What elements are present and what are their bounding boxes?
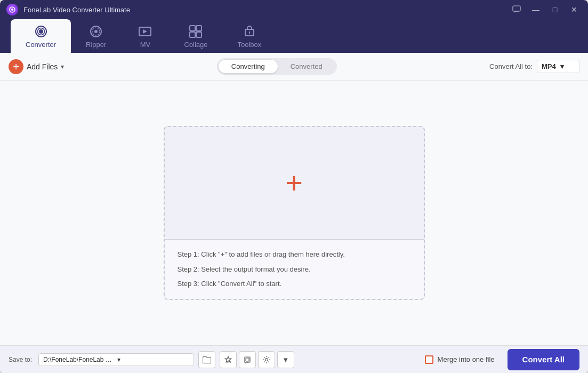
boost-off-button[interactable]: OFF bbox=[220, 351, 237, 368]
content-area: + Step 1: Click "+" to add files or drag… bbox=[0, 81, 588, 345]
hardware-accel-button[interactable]: OFF bbox=[239, 351, 256, 368]
format-select[interactable]: MP4 ▾ bbox=[537, 60, 579, 73]
chat-button[interactable] bbox=[509, 4, 524, 15]
title-bar: FoneLab Video Converter Ultimate — □ ✕ bbox=[0, 0, 588, 19]
minimize-button[interactable]: — bbox=[528, 4, 543, 15]
add-plus-icon: + bbox=[9, 59, 23, 74]
svg-point-7 bbox=[94, 30, 98, 33]
svg-rect-10 bbox=[190, 26, 195, 31]
nav-bar: Converter Ripper MV bbox=[0, 19, 588, 53]
format-dropdown-icon: ▾ bbox=[560, 62, 575, 70]
app-icon bbox=[6, 4, 18, 15]
drop-zone-instructions: Step 1: Click "+" to add files or drag t… bbox=[165, 240, 424, 299]
merge-checkbox[interactable] bbox=[425, 355, 433, 364]
nav-toolbox-label: Toolbox bbox=[237, 41, 261, 49]
folder-browse-button[interactable] bbox=[198, 351, 215, 368]
save-path-dropdown-icon[interactable]: ▾ bbox=[117, 356, 189, 363]
nav-item-toolbox[interactable]: Toolbox bbox=[222, 19, 276, 53]
convert-all-button[interactable]: Convert All bbox=[508, 349, 579, 370]
add-files-dropdown-icon[interactable]: ▾ bbox=[61, 63, 64, 70]
convert-all-to-label: Convert All to: bbox=[489, 62, 533, 70]
tab-group: Converting Converted bbox=[217, 58, 337, 75]
main-window: FoneLab Video Converter Ultimate — □ ✕ C… bbox=[0, 0, 588, 373]
merge-container: Merge into one file bbox=[425, 355, 495, 364]
settings-button[interactable] bbox=[258, 351, 275, 368]
close-button[interactable]: ✕ bbox=[567, 4, 582, 15]
nav-item-collage[interactable]: Collage bbox=[169, 19, 222, 53]
instruction-step-1: Step 1: Click "+" to add files or drag t… bbox=[178, 249, 411, 260]
drop-zone-plus-icon: + bbox=[285, 168, 303, 198]
drop-zone-top[interactable]: + bbox=[165, 127, 424, 239]
nav-ripper-label: Ripper bbox=[86, 41, 106, 49]
add-files-label: Add Files bbox=[27, 62, 58, 71]
svg-text:OFF: OFF bbox=[227, 360, 232, 363]
nav-item-converter[interactable]: Converter bbox=[11, 19, 71, 53]
save-to-label: Save to: bbox=[9, 356, 32, 363]
nav-collage-label: Collage bbox=[184, 41, 207, 49]
window-controls: — □ ✕ bbox=[509, 4, 582, 15]
svg-rect-13 bbox=[196, 32, 202, 37]
toolbar: + Add Files ▾ Converting Converted Conve… bbox=[0, 53, 588, 81]
merge-label: Merge into one file bbox=[438, 355, 495, 363]
svg-rect-11 bbox=[196, 26, 202, 31]
bottom-bar: Save to: D:\FoneLab\FoneLab Vid...ter Ul… bbox=[0, 345, 588, 373]
converting-tab[interactable]: Converting bbox=[219, 60, 278, 73]
add-files-button[interactable]: + Add Files ▾ bbox=[9, 59, 64, 74]
svg-rect-12 bbox=[190, 32, 195, 37]
nav-item-ripper[interactable]: Ripper bbox=[71, 19, 121, 53]
svg-point-4 bbox=[39, 29, 43, 34]
save-path-value: D:\FoneLab\FoneLab Vid...ter Ultimate\Co… bbox=[43, 356, 115, 363]
format-value: MP4 bbox=[542, 62, 556, 70]
svg-point-20 bbox=[265, 358, 268, 361]
drop-zone[interactable]: + Step 1: Click "+" to add files or drag… bbox=[164, 126, 425, 300]
svg-text:OFF: OFF bbox=[244, 361, 249, 364]
main-area: + Add Files ▾ Converting Converted Conve… bbox=[0, 53, 588, 373]
svg-rect-2 bbox=[513, 6, 520, 11]
bottom-icon-group: OFF OFF ▾ bbox=[220, 351, 294, 368]
nav-mv-label: MV bbox=[140, 41, 151, 49]
svg-point-1 bbox=[11, 9, 13, 11]
instruction-step-2: Step 2: Select the output format you des… bbox=[178, 264, 411, 275]
nav-converter-label: Converter bbox=[26, 41, 56, 49]
settings-dropdown-button[interactable]: ▾ bbox=[277, 351, 294, 368]
maximize-button[interactable]: □ bbox=[547, 4, 562, 15]
instruction-step-3: Step 3: Click "Convert All" to start. bbox=[178, 279, 411, 289]
window-title: FoneLab Video Converter Ultimate bbox=[23, 6, 509, 14]
converted-tab[interactable]: Converted bbox=[278, 60, 335, 73]
save-path-field[interactable]: D:\FoneLab\FoneLab Vid...ter Ultimate\Co… bbox=[38, 353, 194, 366]
nav-item-mv[interactable]: MV bbox=[121, 19, 169, 53]
